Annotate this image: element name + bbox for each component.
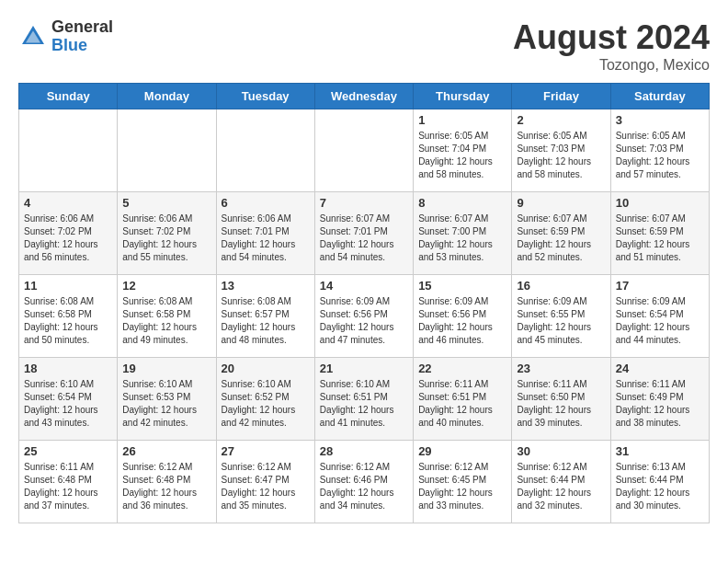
day-info: Sunrise: 6:11 AM Sunset: 6:50 PM Dayligh… [517,378,605,430]
col-header-friday: Friday [512,84,610,109]
day-info: Sunrise: 6:05 AM Sunset: 7:03 PM Dayligh… [616,130,704,181]
calendar-cell: 18Sunrise: 6:10 AM Sunset: 6:54 PM Dayli… [19,358,118,441]
day-number: 20 [222,362,310,375]
calendar-cell [314,109,413,192]
day-number: 1 [418,113,506,127]
day-info: Sunrise: 6:05 AM Sunset: 7:03 PM Dayligh… [517,130,605,181]
day-number: 9 [517,196,605,210]
calendar-cell: 5Sunrise: 6:06 AM Sunset: 7:02 PM Daylig… [118,192,216,275]
day-info: Sunrise: 6:11 AM Sunset: 6:51 PM Dayligh… [418,378,506,430]
day-number: 14 [320,279,408,293]
day-info: Sunrise: 6:08 AM Sunset: 6:58 PM Dayligh… [24,295,112,347]
week-row-3: 11Sunrise: 6:08 AM Sunset: 6:58 PM Dayli… [19,275,710,358]
calendar-table: SundayMondayTuesdayWednesdayThursdayFrid… [18,83,710,523]
calendar-cell: 6Sunrise: 6:06 AM Sunset: 7:01 PM Daylig… [216,192,314,275]
day-number: 16 [517,279,605,293]
calendar-cell: 1Sunrise: 6:05 AM Sunset: 7:04 PM Daylig… [414,109,512,192]
day-info: Sunrise: 6:10 AM Sunset: 6:51 PM Dayligh… [320,378,408,430]
calendar-cell: 7Sunrise: 6:07 AM Sunset: 7:01 PM Daylig… [314,192,413,275]
day-info: Sunrise: 6:12 AM Sunset: 6:48 PM Dayligh… [122,461,210,512]
day-info: Sunrise: 6:10 AM Sunset: 6:52 PM Dayligh… [222,378,310,430]
week-row-2: 4Sunrise: 6:06 AM Sunset: 7:02 PM Daylig… [19,192,710,275]
page-header: General Blue August 2024 Tozongo, Mexico [18,18,710,74]
day-info: Sunrise: 6:09 AM Sunset: 6:54 PM Dayligh… [616,295,704,347]
col-header-wednesday: Wednesday [314,84,413,109]
day-info: Sunrise: 6:12 AM Sunset: 6:44 PM Dayligh… [517,461,605,512]
calendar-cell: 24Sunrise: 6:11 AM Sunset: 6:49 PM Dayli… [610,358,709,441]
calendar-cell: 20Sunrise: 6:10 AM Sunset: 6:52 PM Dayli… [216,358,314,441]
col-header-thursday: Thursday [414,84,512,109]
day-info: Sunrise: 6:12 AM Sunset: 6:45 PM Dayligh… [418,461,506,512]
day-number: 26 [122,444,210,458]
day-number: 6 [222,196,310,210]
day-number: 12 [122,279,210,293]
col-header-sunday: Sunday [19,84,118,109]
logo-general: General [51,18,113,37]
calendar-cell: 27Sunrise: 6:12 AM Sunset: 6:47 PM Dayli… [216,441,314,523]
day-info: Sunrise: 6:12 AM Sunset: 6:46 PM Dayligh… [320,461,408,512]
day-info: Sunrise: 6:07 AM Sunset: 6:59 PM Dayligh… [616,213,704,264]
day-number: 24 [616,362,704,375]
day-number: 22 [418,362,506,375]
calendar-cell: 15Sunrise: 6:09 AM Sunset: 6:56 PM Dayli… [414,275,512,358]
logo-blue: Blue [51,37,113,55]
logo: General Blue [18,18,113,55]
calendar-cell: 21Sunrise: 6:10 AM Sunset: 6:51 PM Dayli… [314,358,413,441]
calendar-cell: 14Sunrise: 6:09 AM Sunset: 6:56 PM Dayli… [314,275,413,358]
day-number: 31 [616,444,704,458]
day-number: 15 [418,279,506,293]
day-info: Sunrise: 6:09 AM Sunset: 6:55 PM Dayligh… [517,295,605,347]
day-number: 11 [24,279,112,293]
day-info: Sunrise: 6:10 AM Sunset: 6:53 PM Dayligh… [122,378,210,430]
calendar-cell: 22Sunrise: 6:11 AM Sunset: 6:51 PM Dayli… [414,358,512,441]
day-number: 27 [222,444,310,458]
day-info: Sunrise: 6:13 AM Sunset: 6:44 PM Dayligh… [616,461,704,512]
calendar-cell [216,109,314,192]
day-info: Sunrise: 6:10 AM Sunset: 6:54 PM Dayligh… [24,378,112,430]
day-info: Sunrise: 6:06 AM Sunset: 7:01 PM Dayligh… [222,213,310,264]
day-number: 30 [517,444,605,458]
calendar-cell: 11Sunrise: 6:08 AM Sunset: 6:58 PM Dayli… [19,275,118,358]
calendar-cell: 28Sunrise: 6:12 AM Sunset: 6:46 PM Dayli… [314,441,413,523]
day-number: 18 [24,362,112,375]
calendar-cell: 29Sunrise: 6:12 AM Sunset: 6:45 PM Dayli… [414,441,512,523]
calendar-cell: 23Sunrise: 6:11 AM Sunset: 6:50 PM Dayli… [512,358,610,441]
calendar-cell: 19Sunrise: 6:10 AM Sunset: 6:53 PM Dayli… [118,358,216,441]
day-number: 2 [517,113,605,127]
calendar-header-row: SundayMondayTuesdayWednesdayThursdayFrid… [19,84,710,109]
day-number: 25 [24,444,112,458]
week-row-5: 25Sunrise: 6:11 AM Sunset: 6:48 PM Dayli… [19,441,710,523]
day-number: 23 [517,362,605,375]
calendar-cell: 8Sunrise: 6:07 AM Sunset: 7:00 PM Daylig… [414,192,512,275]
day-info: Sunrise: 6:07 AM Sunset: 7:01 PM Dayligh… [320,213,408,264]
day-info: Sunrise: 6:06 AM Sunset: 7:02 PM Dayligh… [122,213,210,264]
day-number: 29 [418,444,506,458]
month-title: August 2024 [513,18,710,57]
col-header-tuesday: Tuesday [216,84,314,109]
day-number: 21 [320,362,408,375]
day-number: 17 [616,279,704,293]
calendar-cell [118,109,216,192]
day-number: 4 [24,196,112,210]
calendar-cell: 31Sunrise: 6:13 AM Sunset: 6:44 PM Dayli… [610,441,709,523]
day-info: Sunrise: 6:09 AM Sunset: 6:56 PM Dayligh… [418,295,506,347]
day-info: Sunrise: 6:06 AM Sunset: 7:02 PM Dayligh… [24,213,112,264]
calendar-cell: 2Sunrise: 6:05 AM Sunset: 7:03 PM Daylig… [512,109,610,192]
day-info: Sunrise: 6:11 AM Sunset: 6:48 PM Dayligh… [24,461,112,512]
calendar-cell: 4Sunrise: 6:06 AM Sunset: 7:02 PM Daylig… [19,192,118,275]
week-row-1: 1Sunrise: 6:05 AM Sunset: 7:04 PM Daylig… [19,109,710,192]
calendar-cell: 26Sunrise: 6:12 AM Sunset: 6:48 PM Dayli… [118,441,216,523]
day-number: 28 [320,444,408,458]
week-row-4: 18Sunrise: 6:10 AM Sunset: 6:54 PM Dayli… [19,358,710,441]
col-header-saturday: Saturday [610,84,709,109]
day-info: Sunrise: 6:07 AM Sunset: 7:00 PM Dayligh… [418,213,506,264]
calendar-cell: 13Sunrise: 6:08 AM Sunset: 6:57 PM Dayli… [216,275,314,358]
day-info: Sunrise: 6:07 AM Sunset: 6:59 PM Dayligh… [517,213,605,264]
day-number: 3 [616,113,704,127]
day-info: Sunrise: 6:11 AM Sunset: 6:49 PM Dayligh… [616,378,704,430]
day-number: 19 [122,362,210,375]
day-info: Sunrise: 6:09 AM Sunset: 6:56 PM Dayligh… [320,295,408,347]
location: Tozongo, Mexico [513,57,710,74]
col-header-monday: Monday [118,84,216,109]
calendar-cell: 12Sunrise: 6:08 AM Sunset: 6:58 PM Dayli… [118,275,216,358]
